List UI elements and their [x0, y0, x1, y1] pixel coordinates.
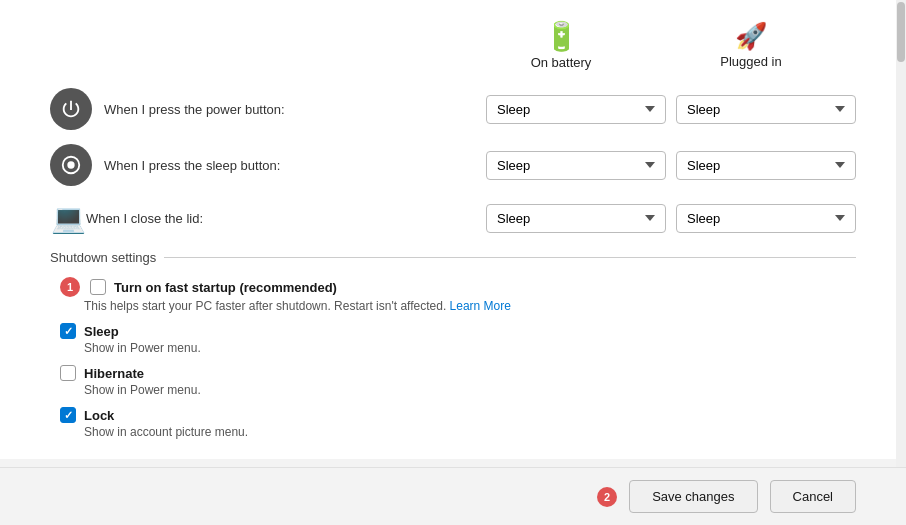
lock-item-description: Show in account picture menu. [84, 425, 856, 439]
fast-startup-header: 1 Turn on fast startup (recommended) [60, 277, 856, 297]
lock-item-label: Lock [84, 408, 114, 423]
scrollbar-track[interactable] [896, 0, 906, 467]
lid-icon: 💻 [50, 200, 86, 236]
sleep-item-header: Sleep [60, 323, 856, 339]
footer: 2 Save changes Cancel [0, 467, 906, 525]
shutdown-section-title: Shutdown settings [50, 250, 856, 265]
scrollbar-thumb[interactable] [897, 2, 905, 62]
power-button-plugged-select[interactable]: Sleep Hibernate Shut down Turn off the d… [676, 95, 856, 124]
fast-startup-badge: 1 [60, 277, 80, 297]
fast-startup-item: 1 Turn on fast startup (recommended) Thi… [60, 277, 856, 313]
sleep-item: Sleep Show in Power menu. [60, 323, 856, 355]
hibernate-checkbox[interactable] [60, 365, 76, 381]
lid-selects: Sleep Hibernate Shut down Turn off the d… [486, 204, 856, 233]
fast-startup-checkbox[interactable] [90, 279, 106, 295]
lid-plugged-select[interactable]: Sleep Hibernate Shut down Turn off the d… [676, 204, 856, 233]
page-wrapper: 🔋 On battery 🚀 Plugged in When I press t… [0, 0, 906, 525]
lid-row: 💻 When I close the lid: Sleep Hibernate … [50, 200, 856, 236]
sleep-item-description: Show in Power menu. [84, 341, 856, 355]
hibernate-item-header: Hibernate [60, 365, 856, 381]
plug-icon: 🚀 [735, 21, 767, 52]
lock-item-header: Lock [60, 407, 856, 423]
lid-battery-select[interactable]: Sleep Hibernate Shut down Turn off the d… [486, 204, 666, 233]
hibernate-item: Hibernate Show in Power menu. [60, 365, 856, 397]
battery-icon: 🔋 [544, 20, 579, 53]
sleep-checkbox[interactable] [60, 323, 76, 339]
plugged-in-label: Plugged in [720, 54, 781, 69]
header-row: 🔋 On battery 🚀 Plugged in [50, 20, 856, 70]
sleep-button-selects: Sleep Hibernate Shut down Turn off the d… [486, 151, 856, 180]
power-button-row: When I press the power button: Sleep Hib… [50, 88, 856, 130]
fast-startup-label: Turn on fast startup (recommended) [114, 280, 337, 295]
cancel-button[interactable]: Cancel [770, 480, 856, 513]
sleep-button-plugged-select[interactable]: Sleep Hibernate Shut down Turn off the d… [676, 151, 856, 180]
save-button[interactable]: Save changes [629, 480, 757, 513]
on-battery-label: On battery [531, 55, 592, 70]
hibernate-item-label: Hibernate [84, 366, 144, 381]
power-button-selects: Sleep Hibernate Shut down Turn off the d… [486, 95, 856, 124]
sleep-button-battery-select[interactable]: Sleep Hibernate Shut down Turn off the d… [486, 151, 666, 180]
shutdown-options: 1 Turn on fast startup (recommended) Thi… [50, 277, 856, 439]
main-content: 🔋 On battery 🚀 Plugged in When I press t… [0, 0, 906, 459]
hibernate-item-description: Show in Power menu. [84, 383, 856, 397]
power-button-label: When I press the power button: [104, 102, 486, 117]
fast-startup-description: This helps start your PC faster after sh… [84, 299, 856, 313]
lock-checkbox[interactable] [60, 407, 76, 423]
power-button-battery-select[interactable]: Sleep Hibernate Shut down Turn off the d… [486, 95, 666, 124]
content-area: 🔋 On battery 🚀 Plugged in When I press t… [0, 0, 906, 467]
lock-item: Lock Show in account picture menu. [60, 407, 856, 439]
on-battery-column-header: 🔋 On battery [466, 20, 656, 70]
sleep-icon-svg [60, 154, 82, 176]
sleep-item-label: Sleep [84, 324, 119, 339]
sleep-button-row: When I press the sleep button: Sleep Hib… [50, 144, 856, 186]
svg-point-1 [67, 161, 74, 168]
footer-badge: 2 [597, 487, 617, 507]
power-icon-svg [60, 98, 82, 120]
plugged-in-column-header: 🚀 Plugged in [656, 21, 846, 69]
learn-more-link[interactable]: Learn More [450, 299, 511, 313]
sleep-button-label: When I press the sleep button: [104, 158, 486, 173]
lid-label: When I close the lid: [86, 211, 486, 226]
sleep-button-icon [50, 144, 92, 186]
power-button-icon [50, 88, 92, 130]
